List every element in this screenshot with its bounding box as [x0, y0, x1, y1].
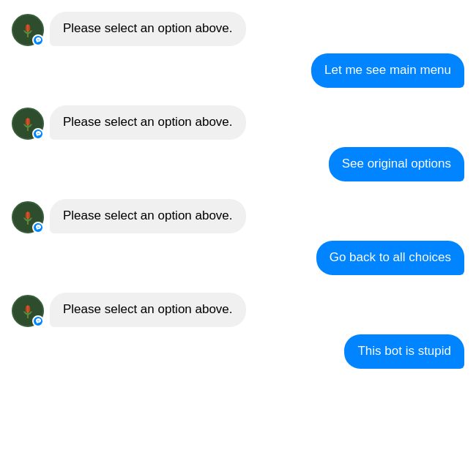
messenger-badge: [32, 34, 44, 46]
avatar: [12, 201, 44, 233]
messenger-badge: [32, 222, 44, 233]
message-row: Please select an option above.: [12, 12, 464, 46]
bot-message-bubble: Please select an option above.: [50, 199, 246, 233]
user-message-bubble: Go back to all choices: [316, 241, 464, 275]
message-row: See original options: [12, 147, 464, 181]
avatar: [12, 14, 44, 46]
message-row: Please select an option above.: [12, 105, 464, 140]
bot-message-bubble: Please select an option above.: [50, 293, 246, 327]
chat-container: Please select an option above. Let me se…: [0, 0, 476, 469]
message-row: Please select an option above.: [12, 199, 464, 233]
user-message-bubble: This bot is stupid: [344, 334, 464, 369]
messenger-badge: [32, 315, 44, 327]
user-message-text: This bot is stupid: [357, 344, 451, 358]
avatar: [12, 108, 44, 140]
message-row: This bot is stupid: [12, 334, 464, 369]
messenger-icon: [35, 130, 42, 137]
messenger-icon: [35, 37, 42, 43]
bot-message-text: Please select an option above.: [63, 21, 233, 35]
messenger-icon: [35, 224, 42, 230]
messenger-icon: [35, 318, 42, 324]
bot-message-text: Please select an option above.: [63, 115, 233, 129]
user-message-bubble: Let me see main menu: [311, 53, 464, 88]
user-message-text: Go back to all choices: [330, 250, 451, 264]
bot-message-text: Please select an option above.: [63, 209, 233, 222]
user-message-text: See original options: [342, 157, 451, 170]
message-row: Let me see main menu: [12, 53, 464, 88]
messenger-badge: [32, 128, 44, 140]
bot-message-bubble: Please select an option above.: [50, 105, 246, 140]
message-row: Go back to all choices: [12, 241, 464, 275]
bot-message-text: Please select an option above.: [63, 302, 233, 316]
user-message-text: Let me see main menu: [324, 63, 451, 77]
user-message-bubble: See original options: [329, 147, 464, 181]
avatar: [12, 295, 44, 327]
message-row: Please select an option above.: [12, 293, 464, 327]
bot-message-bubble: Please select an option above.: [50, 12, 246, 46]
